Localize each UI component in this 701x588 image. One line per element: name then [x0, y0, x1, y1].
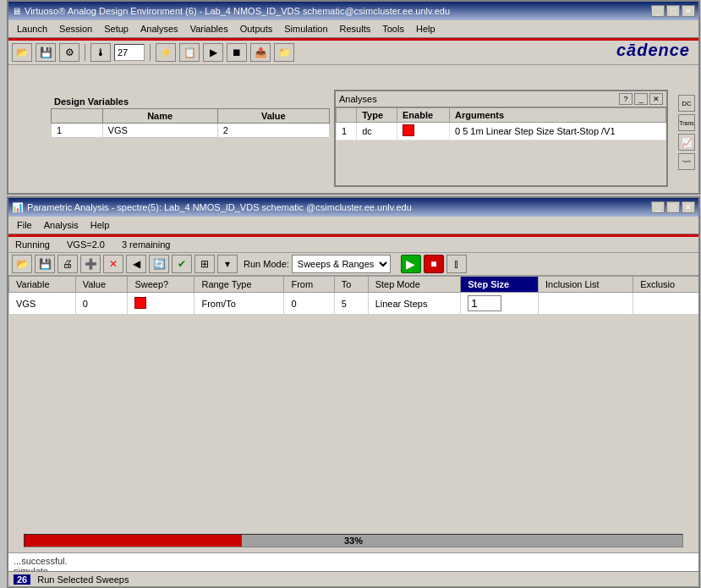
run-icon: ▶ — [210, 47, 217, 58]
param-back-button[interactable]: ◀ — [126, 255, 146, 273]
stop-tb-button[interactable]: ⏹ — [227, 43, 247, 62]
param-menu-analysis[interactable]: Analysis — [39, 218, 84, 232]
menu-session[interactable]: Session — [54, 22, 97, 36]
refresh-icon: 🔄 — [153, 258, 166, 270]
ap-row-enable[interactable] — [397, 123, 450, 140]
row-variable[interactable]: VGS — [9, 293, 76, 315]
design-vars-table: Name Value 1 VGS 2 — [51, 108, 330, 138]
dv-col-name: Name — [102, 109, 217, 124]
wave-button[interactable]: 〰 — [678, 153, 695, 170]
row-inclusion-list[interactable] — [539, 293, 633, 315]
dv-row-value[interactable]: 2 — [217, 124, 329, 138]
row-sweep[interactable] — [128, 293, 194, 315]
run-mode-select[interactable]: Sweeps & Ranges — [292, 255, 391, 273]
menu-simulation[interactable]: Simulation — [279, 22, 332, 36]
param-dropdown-button[interactable]: ▾ — [217, 255, 238, 273]
th-range-type: Range Type — [194, 277, 284, 293]
main-title-label: Virtuoso® Analog Design Environment (6) … — [25, 6, 450, 16]
param-close-button[interactable]: ✕ — [682, 201, 695, 213]
param-menu-file[interactable]: File — [12, 218, 37, 232]
param-check-button[interactable]: ✔ — [172, 255, 192, 273]
ap-col-num — [337, 108, 357, 123]
param-refresh-button[interactable]: 🔄 — [149, 255, 169, 273]
analyses-close-button[interactable]: ✕ — [649, 93, 663, 105]
analyses-help-button[interactable]: ? — [619, 93, 633, 105]
netlist-button[interactable]: 📋 — [179, 43, 200, 62]
status-text: Run Selected Sweeps — [37, 574, 129, 585]
row-to[interactable]: 5 — [334, 293, 368, 315]
folder2-button[interactable]: 📁 — [274, 43, 294, 62]
param-add-button[interactable]: ➕ — [80, 255, 101, 273]
row-from[interactable]: 0 — [284, 293, 334, 315]
row-exclusion[interactable] — [633, 293, 698, 315]
maximize-button[interactable]: □ — [666, 5, 680, 17]
row-value[interactable]: 0 — [75, 293, 128, 315]
ap-col-type: Type — [357, 108, 397, 123]
dc-button[interactable]: DC — [678, 95, 695, 112]
menu-outputs[interactable]: Outputs — [235, 22, 278, 36]
sweep-checkbox[interactable] — [134, 297, 146, 309]
param-grid-button[interactable]: ⊞ — [194, 255, 215, 273]
minimize-button[interactable]: _ — [651, 5, 665, 17]
param-maximize-button[interactable]: □ — [666, 201, 680, 213]
remaining-status: 3 remaining — [122, 239, 170, 250]
param-minimize-button[interactable]: _ — [651, 201, 665, 213]
param-open-button[interactable]: 📂 — [12, 255, 32, 273]
thermometer-icon: 🌡 — [96, 47, 106, 58]
param-save-button[interactable]: 💾 — [35, 255, 55, 273]
right-panel-icons: DC Trans 📈 〰 — [678, 95, 697, 170]
save-button[interactable]: 💾 — [36, 43, 56, 62]
export-button[interactable]: 📤 — [250, 43, 271, 62]
table-row: 1 VGS 2 — [52, 124, 330, 138]
param-title-content: 📊 Parametric Analysis - spectre(5): Lab_… — [12, 202, 412, 213]
param-print-button[interactable]: 🖨 — [58, 255, 78, 273]
export-icon: 📤 — [255, 47, 267, 58]
param-window-icon: 📊 — [12, 202, 24, 213]
analyses-panel: Analyses ? _ ✕ Type Enable Arguments 1 d… — [334, 90, 668, 187]
th-exclusion: Exclusio — [633, 277, 698, 293]
enable-checkbox[interactable] — [403, 124, 414, 136]
param-menu-help[interactable]: Help — [85, 218, 115, 232]
progress-label: 33% — [25, 535, 682, 547]
step-size-input[interactable]: 1 — [468, 295, 501, 311]
stop-button[interactable]: ■ — [424, 255, 444, 273]
settings-button[interactable]: ⚙ — [59, 43, 79, 62]
temperature-input[interactable]: 27 — [114, 44, 145, 61]
param-remove-button[interactable]: ✕ — [103, 255, 123, 273]
row-step-size[interactable]: 1 — [461, 293, 539, 315]
menu-launch[interactable]: Launch — [12, 22, 52, 36]
status-bar-bottom: 26 Run Selected Sweeps — [8, 571, 698, 586]
stop-icon: ⏹ — [232, 47, 242, 58]
menu-results[interactable]: Results — [335, 22, 376, 36]
param-menu-bar: File Analysis Help — [8, 217, 698, 234]
separator — [85, 44, 85, 61]
play-button[interactable]: ▶ — [401, 255, 421, 273]
th-inclusion-list: Inclusion List — [539, 277, 633, 293]
menu-help[interactable]: Help — [411, 22, 441, 36]
param-window-controls: _ □ ✕ — [651, 201, 695, 213]
menu-analyses[interactable]: Analyses — [135, 22, 183, 36]
stop-run-icon: ■ — [430, 258, 436, 270]
run-mode-label: Run Mode: — [244, 259, 289, 269]
th-step-size: Step Size — [461, 277, 539, 293]
dv-row-name[interactable]: VGS — [102, 124, 217, 138]
plot-button[interactable]: 📈 — [678, 134, 695, 151]
menu-setup[interactable]: Setup — [99, 22, 134, 36]
menu-tools[interactable]: Tools — [377, 22, 409, 36]
sim-button[interactable]: ⚡ — [156, 43, 176, 62]
separator2 — [150, 44, 151, 61]
th-step-mode: Step Mode — [368, 277, 461, 293]
tran-button[interactable]: Trans — [678, 114, 695, 131]
close-button[interactable]: ✕ — [682, 5, 695, 17]
analyses-minimize-button[interactable]: _ — [634, 93, 648, 105]
ap-row-args: 0 5 1m Linear Step Size Start-Stop /V1 — [450, 123, 666, 140]
row-step-mode[interactable]: Linear Steps — [368, 293, 461, 315]
th-variable: Variable — [9, 277, 76, 293]
open-button[interactable]: 📂 — [12, 43, 32, 62]
columns-icon: ⫿ — [454, 258, 459, 270]
columns-button[interactable]: ⫿ — [446, 255, 467, 273]
run-button[interactable]: ▶ — [203, 43, 223, 62]
row-range-type[interactable]: From/To — [194, 293, 284, 315]
menu-variables[interactable]: Variables — [185, 22, 233, 36]
design-vars-title: Design Variables — [51, 95, 330, 108]
